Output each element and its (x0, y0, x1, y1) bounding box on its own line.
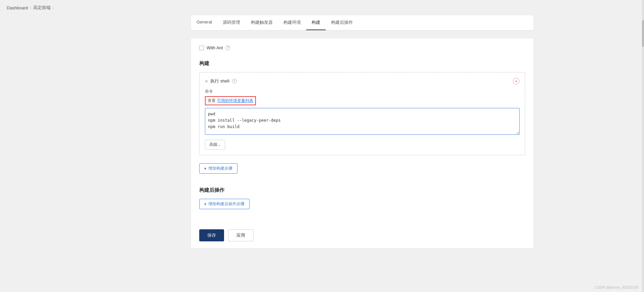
add-step-label: 增加构建步骤 (208, 166, 232, 171)
add-step-row: ▾ 增加构建步骤 (199, 161, 525, 187)
breadcrumb-current: 高定前端 (33, 5, 51, 11)
with-ant-label: With Ant (207, 45, 223, 50)
advanced-button[interactable]: 高级... (205, 140, 225, 150)
add-step-button[interactable]: ▾ 增加构建步骤 (199, 163, 237, 174)
add-post-label: 增加构建后操作步骤 (208, 201, 245, 207)
step-card: ≡ 执行 shell ? × 命令 查看 可用的环境变量列表 pwd npm i… (199, 72, 525, 155)
tabs: General 源码管理 构建触发器 构建环境 构建 构建后操作 (191, 15, 533, 31)
step-help-icon[interactable]: ? (232, 79, 237, 83)
page-wrapper: With Ant ? 构建 ≡ 执行 shell ? × 命令 查看 可用的环境… (191, 39, 533, 248)
env-link-row: 查看 可用的环境变量列表 (205, 96, 256, 105)
add-post-button[interactable]: ▾ 增加构建后操作步骤 (199, 199, 250, 209)
breadcrumb: Dashboard › 高定前端 › (0, 0, 644, 15)
step-header-left: ≡ 执行 shell ? (205, 78, 237, 84)
step-title: 执行 shell (210, 78, 229, 84)
breadcrumb-sep-2: › (53, 6, 54, 10)
tab-trigger[interactable]: 构建触发器 (246, 15, 278, 30)
tab-post[interactable]: 构建后操作 (326, 15, 358, 30)
tab-env[interactable]: 构建环境 (278, 15, 306, 30)
step-close-button[interactable]: × (513, 78, 520, 84)
post-section-title: 构建后操作 (199, 187, 525, 193)
step-header: ≡ 执行 shell ? × (205, 78, 520, 84)
apply-button[interactable]: 应用 (228, 229, 254, 241)
scrollbar[interactable] (642, 0, 644, 261)
with-ant-checkbox[interactable] (199, 46, 204, 50)
scrollbar-thumb (642, 20, 644, 47)
breadcrumb-sep-1: › (30, 6, 32, 10)
with-ant-help-icon[interactable]: ? (225, 46, 230, 50)
add-post-icon: ▾ (204, 202, 206, 207)
main-content: General 源码管理 构建触发器 构建环境 构建 构建后操作 With An… (104, 15, 540, 261)
env-link[interactable]: 可用的环境变量列表 (217, 98, 253, 104)
tab-build[interactable]: 构建 (306, 15, 326, 30)
bottom-actions: 保存 应用 (199, 229, 525, 241)
with-ant-row: With Ant ? (199, 45, 525, 50)
save-button[interactable]: 保存 (199, 229, 224, 241)
tab-source[interactable]: 源码管理 (217, 15, 246, 30)
command-textarea[interactable]: pwd npm install --legacy-peer-deps npm r… (205, 108, 520, 135)
breadcrumb-dashboard[interactable]: Dashboard (7, 5, 28, 10)
cmd-label: 命令 (205, 89, 520, 94)
tab-general[interactable]: General (191, 15, 217, 30)
add-post-row: ▾ 增加构建后操作步骤 (199, 199, 525, 223)
env-text: 查看 (208, 98, 216, 104)
drag-icon: ≡ (205, 78, 208, 84)
build-section-title: 构建 (199, 60, 525, 67)
add-step-icon: ▾ (204, 166, 206, 171)
